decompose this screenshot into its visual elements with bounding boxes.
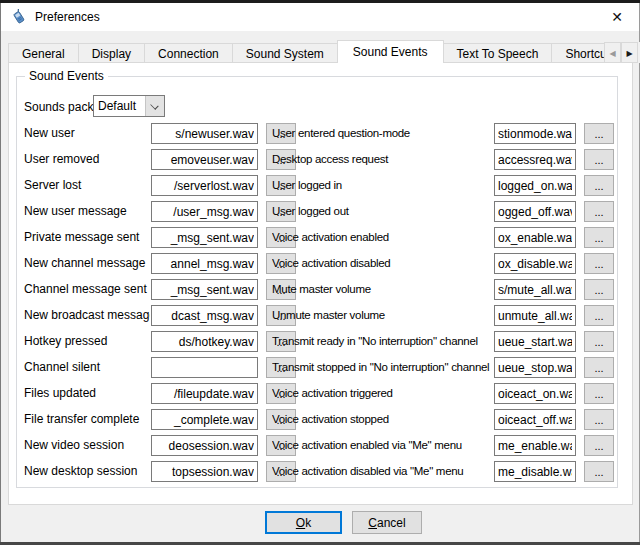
sound-file-input[interactable] (494, 149, 576, 170)
browse-button[interactable]: ... (584, 409, 614, 430)
tab-label: Text To Speech (457, 47, 539, 61)
sound-file-input[interactable] (494, 253, 576, 274)
close-icon[interactable]: ✕ (601, 3, 633, 31)
browse-button[interactable]: ... (584, 305, 614, 326)
sound-event-label: File transfer complete (24, 409, 150, 430)
sound-event-row: New user message ... User logged out ... (0, 201, 640, 222)
browse-button[interactable]: ... (584, 357, 614, 378)
tab-display[interactable]: Display (78, 43, 145, 63)
sound-event-label: Voice activation enabled (272, 227, 493, 248)
sound-file-input[interactable] (494, 383, 576, 404)
sound-event-row: New video session ... Voice activation e… (0, 435, 640, 456)
sound-file-input[interactable] (151, 149, 258, 170)
sounds-pack-value: Default (98, 96, 136, 116)
cancel-button[interactable]: Cancel (352, 511, 422, 534)
tab-sound-system[interactable]: Sound System (232, 43, 338, 63)
browse-button[interactable]: ... (584, 149, 614, 170)
sound-event-label: New video session (24, 435, 150, 456)
sound-file-input[interactable] (494, 305, 576, 326)
ok-button-label: Ok (296, 516, 311, 530)
browse-button[interactable]: ... (584, 383, 614, 404)
sound-file-input[interactable] (151, 435, 258, 456)
cancel-button-label: Cancel (368, 516, 405, 530)
sound-file-input[interactable] (151, 383, 258, 404)
tab-scroll-left-icon[interactable]: ◀ (604, 42, 621, 63)
sound-event-label: New user (24, 123, 150, 144)
browse-button[interactable]: ... (584, 227, 614, 248)
sound-file-input[interactable] (151, 123, 258, 144)
sound-event-label: New desktop session (24, 461, 150, 482)
sound-event-label: User entered question-mode (272, 123, 493, 144)
sound-event-label: Server lost (24, 175, 150, 196)
sound-event-label: Mute master volume (272, 279, 493, 300)
tab-connection[interactable]: Connection (144, 43, 233, 63)
sound-event-label: User logged out (272, 201, 493, 222)
sound-event-label: Hotkey pressed (24, 331, 150, 352)
sound-file-input[interactable] (494, 461, 576, 482)
tab-text-to-speech[interactable]: Text To Speech (443, 43, 553, 63)
sound-event-label: Transmit ready in "No interruption" chan… (272, 331, 493, 352)
sound-event-label: Files updated (24, 383, 150, 404)
tab-label: Connection (158, 47, 219, 61)
sound-event-label: Voice activation triggered (272, 383, 493, 404)
browse-button[interactable]: ... (584, 279, 614, 300)
chevron-down-icon (145, 96, 164, 116)
sound-event-label: Unmute master volume (272, 305, 493, 326)
sound-event-row: Server lost ... User logged in ... (0, 175, 640, 196)
sound-file-input[interactable] (151, 227, 258, 248)
sound-file-input[interactable] (494, 227, 576, 248)
browse-button[interactable]: ... (584, 253, 614, 274)
sound-file-input[interactable] (494, 331, 576, 352)
sound-file-input[interactable] (151, 461, 258, 482)
sound-file-input[interactable] (151, 409, 258, 430)
sound-event-label: Voice activation enabled via "Me" menu (272, 435, 493, 456)
title-bar: Preferences ✕ (1, 3, 639, 31)
sound-file-input[interactable] (151, 357, 258, 378)
sounds-pack-label: Sounds pack (24, 99, 93, 115)
browse-button[interactable]: ... (584, 461, 614, 482)
sound-file-input[interactable] (151, 331, 258, 352)
browse-button[interactable]: ... (584, 175, 614, 196)
sound-file-input[interactable] (151, 305, 258, 326)
sound-event-row: New broadcast message ... Unmute master … (0, 305, 640, 326)
window-title: Preferences (35, 3, 100, 31)
sound-event-label: Voice activation stopped (272, 409, 493, 430)
sound-event-row: Files updated ... Voice activation trigg… (0, 383, 640, 404)
tab-label: Display (92, 47, 131, 61)
sound-file-input[interactable] (151, 175, 258, 196)
sounds-pack-select[interactable]: Default (93, 95, 165, 117)
sound-file-input[interactable] (494, 201, 576, 222)
sound-event-label: Private message sent (24, 227, 150, 248)
browse-button[interactable]: ... (584, 435, 614, 456)
sound-event-row: File transfer complete ... Voice activat… (0, 409, 640, 430)
browse-button[interactable]: ... (584, 201, 614, 222)
browse-button[interactable]: ... (584, 123, 614, 144)
sound-event-row: Hotkey pressed ... Transmit ready in "No… (0, 331, 640, 352)
sound-event-row: User removed ... Desktop access request … (0, 149, 640, 170)
sound-event-label: User logged in (272, 175, 493, 196)
sound-file-input[interactable] (151, 201, 258, 222)
ok-button[interactable]: Ok (265, 511, 342, 534)
tab-scroller: ◀ ▶ (604, 42, 640, 63)
sound-file-input[interactable] (494, 409, 576, 430)
sound-file-input[interactable] (151, 253, 258, 274)
sound-event-row: New channel message ... Voice activation… (0, 253, 640, 274)
tab-label: Sound Events (353, 45, 428, 59)
sound-event-label: Voice activation disabled via "Me" menu (272, 461, 493, 482)
tab-scroll-right-icon[interactable]: ▶ (621, 42, 638, 63)
tab-sound-events[interactable]: Sound Events (337, 40, 444, 63)
sound-event-label: User removed (24, 149, 150, 170)
groupbox-label: Sound Events (25, 69, 108, 83)
sound-file-input[interactable] (494, 279, 576, 300)
sound-file-input[interactable] (494, 175, 576, 196)
sound-event-row: New user ... User entered question-mode … (0, 123, 640, 144)
sound-event-label: Desktop access request (272, 149, 493, 170)
sound-file-input[interactable] (494, 435, 576, 456)
tab-general[interactable]: General (8, 43, 79, 63)
sound-event-label: New broadcast message (24, 305, 150, 326)
browse-button[interactable]: ... (584, 331, 614, 352)
sound-file-input[interactable] (494, 357, 576, 378)
sound-file-input[interactable] (151, 279, 258, 300)
tab-label: General (22, 47, 65, 61)
sound-file-input[interactable] (494, 123, 576, 144)
